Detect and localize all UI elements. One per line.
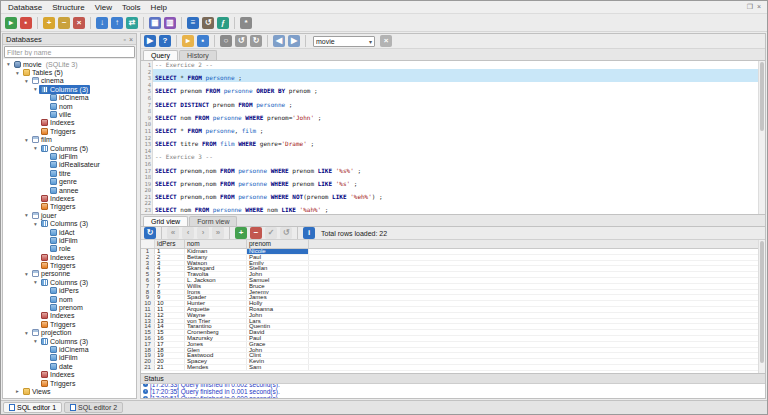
grid-row-number[interactable]: 18 xyxy=(141,348,155,353)
grid-cell[interactable]: Skarsgard xyxy=(185,266,247,271)
expander-icon[interactable]: ▾ xyxy=(5,61,12,67)
editor-line[interactable]: SELECT prenom,nom FROM personne WHERE pr… xyxy=(153,181,765,188)
convert-database-button[interactable]: ⇄ xyxy=(125,16,139,30)
grid-cell[interactable]: Eastwood xyxy=(185,353,247,358)
grid-cell[interactable]: 20 xyxy=(155,359,185,364)
tab-grid-view[interactable]: Grid view xyxy=(143,216,188,226)
grid-row-number[interactable]: 17 xyxy=(141,342,155,347)
ddl-history-button[interactable]: ↺ xyxy=(201,16,215,30)
tree-item-triggers[interactable]: Triggers xyxy=(3,320,136,328)
tree-item-idcinema[interactable]: idCinema xyxy=(3,345,136,353)
grid-row-number[interactable]: 19 xyxy=(141,353,155,358)
grid-cell[interactable]: 18 xyxy=(155,348,185,353)
expander-icon[interactable]: ▾ xyxy=(32,279,39,285)
load-sql-file-button[interactable]: ▸ xyxy=(181,34,195,48)
expander-icon[interactable]: ▾ xyxy=(14,70,21,76)
grid-cell[interactable]: Glen xyxy=(185,348,247,353)
grid-cell[interactable]: 4 xyxy=(155,266,185,271)
tree-item-tables-5[interactable]: ▾Tables (5) xyxy=(3,68,136,76)
grid-cell[interactable]: 6 xyxy=(155,278,185,283)
grid-row-number[interactable]: 11 xyxy=(141,307,155,312)
close-window-icon[interactable]: × xyxy=(757,3,761,11)
next-query-button[interactable]: ▶ xyxy=(287,34,301,48)
grid-row-number[interactable]: 13 xyxy=(141,319,155,324)
grid-cell[interactable]: John xyxy=(247,272,309,277)
tree-item-idcinema[interactable]: idCinema xyxy=(3,94,136,102)
grid-cell[interactable]: Paul xyxy=(247,255,309,260)
tree-item-idact[interactable]: idAct xyxy=(3,228,136,236)
expander-icon[interactable]: ▸ xyxy=(14,388,21,394)
grid-row-number[interactable]: 16 xyxy=(141,336,155,341)
grid-scrollbar[interactable] xyxy=(758,240,765,373)
grid-cell[interactable]: 11 xyxy=(155,307,185,312)
tree-item-views[interactable]: ▸Views xyxy=(3,387,136,395)
grid-cell[interactable]: 7 xyxy=(155,284,185,289)
tree-item-columns-5[interactable]: ▾Columns (5) xyxy=(3,144,136,152)
commit-changes-button[interactable]: ✓ xyxy=(264,226,278,240)
grid-cell[interactable]: Spader xyxy=(185,295,247,300)
float-panel-icon[interactable]: ▫ xyxy=(123,36,125,43)
configuration-button[interactable]: * xyxy=(239,16,253,30)
editor-line[interactable]: SELECT prenom FROM personne ORDER BY pre… xyxy=(153,88,765,95)
tree-item-triggers[interactable]: Triggers xyxy=(3,379,136,387)
grid-row-number[interactable]: 10 xyxy=(141,301,155,306)
grid-cell[interactable]: Paul xyxy=(247,336,309,341)
info-button[interactable]: i xyxy=(302,226,316,240)
tree-item-nom[interactable]: nom xyxy=(3,102,136,110)
grid-cell[interactable]: 8 xyxy=(155,290,185,295)
grid-cell[interactable]: Travolta xyxy=(185,272,247,277)
tree-item-annee[interactable]: annee xyxy=(3,186,136,194)
grid-cell[interactable]: Quentin xyxy=(247,324,309,329)
grid-row-number[interactable]: 4 xyxy=(141,266,155,271)
tree-item-jouer[interactable]: ▾jouer xyxy=(3,211,136,219)
editor-line[interactable]: -- Exercice 3 -- xyxy=(153,154,765,161)
filter-input[interactable] xyxy=(4,46,135,58)
editor-line[interactable]: SELECT prenom,nom FROM personne WHERE pr… xyxy=(153,168,765,175)
grid-cell[interactable]: Mendes xyxy=(185,365,247,370)
expander-icon[interactable]: ▾ xyxy=(23,78,30,84)
tree-item-columns-3[interactable]: ▾Columns (3) xyxy=(3,278,136,286)
rollback-changes-button[interactable]: ↺ xyxy=(279,226,293,240)
grid-cell[interactable]: Emily xyxy=(247,261,309,266)
grid-cell[interactable]: Willis xyxy=(185,284,247,289)
tree-item-columns-3[interactable]: ▾Columns (3) xyxy=(3,85,136,93)
tree-item-movie[interactable]: ▾movie(SQLite 3) xyxy=(3,60,136,68)
column-header-prenom[interactable]: prenom xyxy=(247,240,309,248)
grid-cell[interactable]: Rosanna xyxy=(247,307,309,312)
tree-item-idrealisateur[interactable]: idRealisateur xyxy=(3,161,136,169)
add-row-button[interactable]: + xyxy=(234,226,248,240)
grid-cell[interactable]: James xyxy=(247,295,309,300)
export-button[interactable]: ↑ xyxy=(110,16,124,30)
refresh-results-button[interactable]: ↻ xyxy=(143,226,157,240)
grid-cell[interactable]: 3 xyxy=(155,261,185,266)
grid-cell[interactable]: Wayne xyxy=(185,313,247,318)
menu-structure[interactable]: Structure xyxy=(47,2,89,13)
grid-scrollbar-thumb[interactable] xyxy=(760,241,764,363)
tree-item-idpers[interactable]: idPers xyxy=(3,287,136,295)
grid-cell[interactable]: von Trier xyxy=(185,319,247,324)
bottom-tab-sql-editor-2[interactable]: SQL editor 2 xyxy=(64,402,123,413)
tree-item-idfilm[interactable]: idFilm xyxy=(3,152,136,160)
grid-row-number[interactable]: 1 xyxy=(141,249,155,254)
grid-cell[interactable]: Spacey xyxy=(185,359,247,364)
grid-row-number[interactable]: 5 xyxy=(141,272,155,277)
tab-query[interactable]: Query xyxy=(143,50,178,60)
grid-cell[interactable]: Kidman xyxy=(185,249,247,254)
find-button[interactable]: ○ xyxy=(219,34,233,48)
expander-icon[interactable]: ▾ xyxy=(23,271,30,277)
tree-item-indexes[interactable]: Indexes xyxy=(3,312,136,320)
close-panel-icon[interactable]: × xyxy=(129,36,133,43)
previous-query-button[interactable]: ◀ xyxy=(272,34,286,48)
tree-item-indexes[interactable]: Indexes xyxy=(3,253,136,261)
tree-item-date[interactable]: date xyxy=(3,362,136,370)
grid-row-number[interactable]: 3 xyxy=(141,261,155,266)
grid-cell[interactable]: Tarantino xyxy=(185,324,247,329)
tree-item-indexes[interactable]: Indexes xyxy=(3,119,136,127)
grid-cell[interactable]: Grace xyxy=(247,342,309,347)
sql-editor[interactable]: 123456789101112131415161718192021222324 … xyxy=(141,61,765,215)
tree-item-genre[interactable]: genre xyxy=(3,177,136,185)
grid-cell[interactable]: 1 xyxy=(155,249,185,254)
grid-cell[interactable]: 16 xyxy=(155,336,185,341)
editor-scrollbar-thumb[interactable] xyxy=(760,62,764,131)
grid-cell[interactable]: David xyxy=(247,330,309,335)
